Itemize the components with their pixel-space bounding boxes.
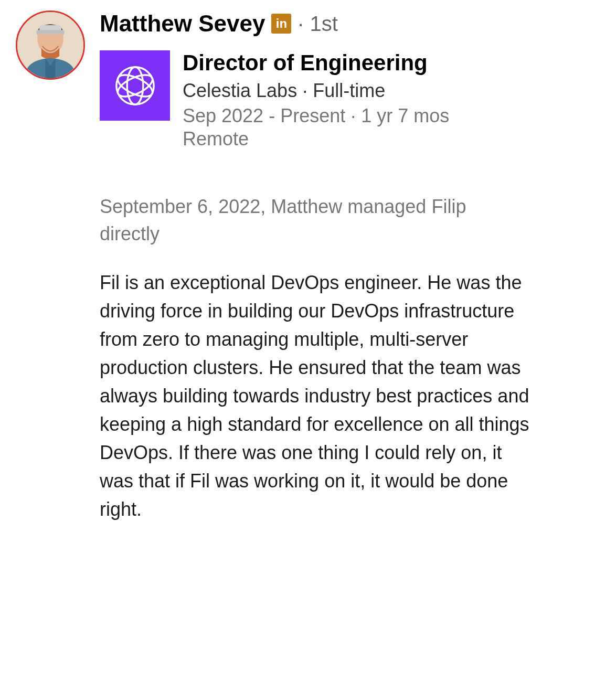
company-name: Celestia Labs <box>183 80 297 101</box>
employment-type: Full-time <box>313 80 385 101</box>
position-info: Director of Engineering Celestia Labs · … <box>183 50 600 151</box>
recommender-name[interactable]: Matthew Sevey <box>100 10 265 37</box>
avatar-image <box>17 12 83 78</box>
company-logo[interactable] <box>100 50 170 121</box>
job-title: Director of Engineering <box>183 50 600 76</box>
connection-degree: 1st <box>310 12 338 36</box>
svg-rect-3 <box>36 30 64 34</box>
relationship-context: September 6, 2022, Matthew managed Filip… <box>100 193 467 248</box>
recommendation-main: Matthew Sevey in · 1st Director of Engin… <box>100 10 600 524</box>
recommender-name-row: Matthew Sevey in · 1st <box>100 10 600 37</box>
date-line: Sep 2022 - Present · 1 yr 7 mos <box>183 105 600 127</box>
separator-dot: · <box>351 105 356 126</box>
recommender-avatar[interactable] <box>16 10 85 80</box>
recommendation-text: Fil is an exceptional DevOps engineer. H… <box>100 269 535 524</box>
date-range: Sep 2022 - Present <box>183 105 345 126</box>
company-line: Celestia Labs · Full-time <box>183 80 600 102</box>
duration: 1 yr 7 mos <box>361 105 449 126</box>
location: Remote <box>183 128 600 150</box>
svg-point-7 <box>127 67 143 104</box>
recommendation-card: Matthew Sevey in · 1st Director of Engin… <box>16 10 600 524</box>
separator-dot: · <box>298 12 303 36</box>
linkedin-icon[interactable]: in <box>271 14 291 34</box>
position-block: Director of Engineering Celestia Labs · … <box>100 50 600 151</box>
celestia-logo-icon <box>113 63 157 108</box>
separator-dot: · <box>302 80 307 101</box>
